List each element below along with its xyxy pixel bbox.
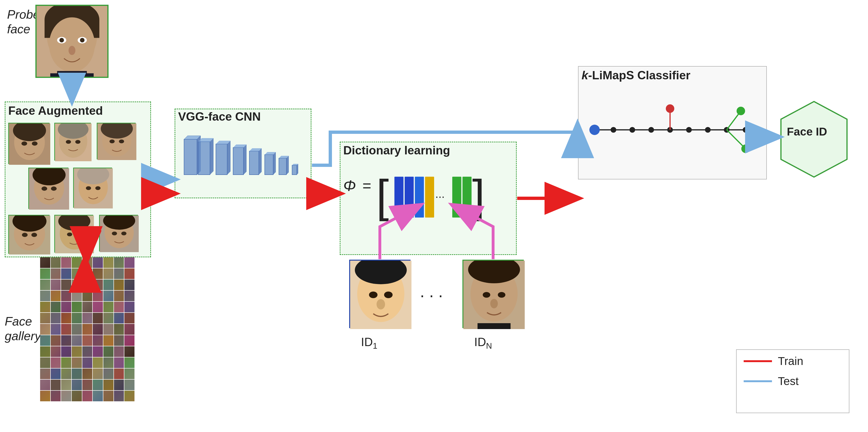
gallery-cell [93,257,103,268]
svg-marker-66 [259,148,262,175]
gallery-cell [103,257,114,268]
gallery-cell [114,324,124,335]
gallery-label-line2: gallery [5,329,41,343]
gallery-cell [114,369,124,379]
gallery-cell [72,313,82,323]
probe-label-line1: Probe [7,7,40,21]
gallery-cell [93,268,103,279]
gallery-cell [61,335,71,346]
gallery-cell [124,324,134,335]
svg-rect-52 [184,139,197,175]
gallery-cell [93,280,103,290]
gallery-cell [103,291,114,301]
gallery-cell [51,257,61,268]
dictionary-matrix: [ ··· ] [375,170,493,224]
legend-test: Test [744,375,842,387]
mini-face-5 [73,168,112,208]
gallery-cell [61,268,71,279]
gallery-cell [40,291,50,301]
gallery-cell [124,291,134,301]
gallery-cell [61,357,71,368]
gallery-cell [114,302,124,312]
gallery-cell [103,268,114,279]
cnn-layers [179,132,302,198]
gallery-cell [40,302,50,312]
gallery-cell [61,280,71,290]
gallery-cell [93,313,103,323]
gallery-cell [61,380,71,390]
svg-point-106 [369,291,377,298]
gallery-cell [61,302,71,312]
svg-rect-58 [216,144,227,175]
gallery-cell [124,302,134,312]
gallery-cell [61,346,71,357]
legend-box: Train Test [736,349,849,413]
svg-marker-102 [781,102,847,177]
svg-point-95 [589,125,600,135]
svg-rect-67 [265,154,273,175]
gallery-cell [103,391,114,401]
gallery-cell [82,335,92,346]
gallery-cell [124,380,134,390]
gallery-cell [124,346,134,357]
gallery-cell [72,357,82,368]
face-id-hexagon [779,99,849,179]
gallery-cell [82,324,92,335]
mini-face-8 [99,215,138,252]
svg-marker-60 [227,141,230,175]
svg-point-25 [110,140,115,143]
gallery-cell [40,324,50,335]
svg-point-21 [75,140,81,144]
gallery-cell [40,346,50,357]
svg-point-94 [743,127,748,133]
gallery-cell [124,257,134,268]
svg-point-4 [49,17,95,72]
gallery-cell [103,302,114,312]
svg-marker-75 [297,164,298,175]
face-id-label: Face ID [787,125,827,138]
svg-rect-80 [425,177,434,218]
gallery-cell [72,380,82,390]
gallery-cell [93,380,103,390]
mini-face-7 [54,215,93,253]
svg-rect-64 [249,151,259,175]
probe-label-line2: face [7,22,30,36]
gallery-cell [114,357,124,368]
gallery-cell [61,313,71,323]
gallery-cell [72,257,82,268]
gallery-cell [124,268,134,279]
svg-point-8 [80,38,85,42]
gallery-cell [51,291,61,301]
svg-marker-57 [210,138,214,175]
gallery-cell [114,391,124,401]
gallery-cell [51,380,61,390]
gallery-cell [72,346,82,357]
gallery-cell [51,391,61,401]
svg-marker-72 [286,156,289,175]
svg-point-107 [384,291,393,298]
svg-point-26 [119,140,124,143]
svg-point-112 [483,292,490,298]
gallery-cell [51,280,61,290]
gallery-label-line1: Face [5,314,32,328]
svg-point-91 [686,127,692,133]
probe-face-image [35,5,108,78]
svg-point-35 [86,186,91,190]
gallery-cell [40,335,50,346]
id-face-1 [349,260,410,328]
gallery-cell [82,280,92,290]
gallery-cell [82,268,92,279]
id-dots: · · · [420,286,443,305]
gallery-cell [103,357,114,368]
gallery-cell [51,357,61,368]
mini-face-1 [8,123,50,164]
id-label-1: ID1 [361,335,377,351]
svg-point-40 [22,233,28,237]
svg-point-16 [32,141,37,146]
gallery-cell [103,280,114,290]
svg-point-7 [59,38,64,42]
gallery-cell [61,291,71,301]
svg-point-101 [741,144,750,153]
gallery-cell [103,380,114,390]
mini-face-6 [8,215,50,254]
